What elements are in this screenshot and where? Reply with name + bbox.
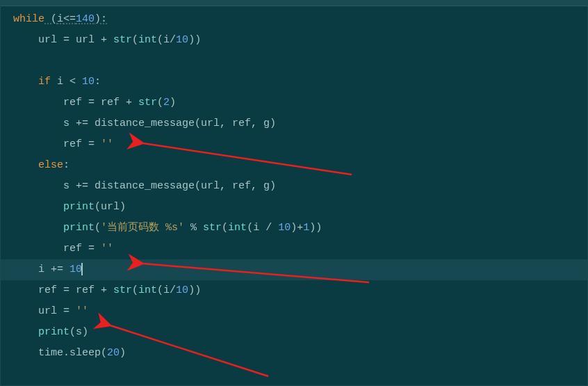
paren: )+ <box>291 222 303 234</box>
code-line[interactable]: time.sleep(20) <box>1 343 587 364</box>
indent <box>13 118 63 129</box>
paren: )) <box>309 222 322 234</box>
code-line[interactable]: if i < 10: <box>1 72 587 93</box>
paren: ( <box>157 97 163 108</box>
builtin-int: int <box>138 284 157 296</box>
code-line[interactable]: ref = ref + str(int(i/10)) <box>1 280 587 301</box>
indent <box>13 76 38 88</box>
code-line[interactable]: else: <box>1 155 587 176</box>
indent <box>13 264 38 275</box>
number: 140 <box>76 13 95 25</box>
paren: ( <box>132 284 138 296</box>
paren: ) <box>170 97 176 108</box>
statement: s += distance_message(url, ref, g) <box>63 180 276 192</box>
code-line[interactable]: s += distance_message(url, ref, g) <box>1 113 587 134</box>
number: 10 <box>176 34 188 46</box>
indent <box>13 326 38 338</box>
code-line[interactable]: s += distance_message(url, ref, g) <box>1 176 587 197</box>
assignment: url = <box>38 305 76 317</box>
paren: ( <box>222 222 228 234</box>
variable: i <box>57 13 63 25</box>
keyword-while: while <box>13 13 44 25</box>
number: 2 <box>163 97 170 108</box>
paren: (i/ <box>157 34 176 46</box>
assignment: ref = ref + <box>63 97 138 108</box>
builtin-print: print <box>63 201 95 213</box>
indent <box>13 222 63 234</box>
indent <box>13 159 38 171</box>
indent <box>13 305 38 317</box>
code-line[interactable]: ref = '' <box>1 239 587 259</box>
code-line-current[interactable]: i += 10 <box>1 259 587 280</box>
code-line[interactable]: while (i<=140): <box>1 9 587 30</box>
number: 10 <box>278 222 291 234</box>
builtin-str: str <box>203 222 222 234</box>
paren: ) <box>120 347 126 359</box>
assignment: ref = <box>63 243 101 255</box>
builtin-str: str <box>138 97 157 108</box>
operator: % <box>184 222 203 234</box>
number: 10 <box>70 264 82 275</box>
code-line-blank[interactable] <box>1 51 587 72</box>
colon: : <box>95 76 101 88</box>
colon: : <box>63 159 70 171</box>
string-literal: '' <box>101 243 113 255</box>
indent <box>13 347 38 359</box>
indent <box>13 138 63 150</box>
code-editor[interactable]: while (i<=140): url = url + str(int(i/10… <box>1 6 587 364</box>
string-literal: '' <box>101 138 113 150</box>
keyword-else: else <box>38 159 63 171</box>
paren: )) <box>188 34 201 46</box>
indent <box>13 201 63 213</box>
operator-leq: <= <box>63 13 76 25</box>
editor-tab-strip <box>1 1 587 6</box>
number: 1 <box>303 222 309 234</box>
indent <box>13 284 38 296</box>
indent <box>13 243 63 255</box>
assignment: ref = <box>63 138 101 150</box>
paren: (url) <box>95 201 126 213</box>
builtin-str: str <box>113 34 132 46</box>
number: 20 <box>107 347 120 359</box>
number: 10 <box>176 284 188 296</box>
indent <box>13 180 63 192</box>
string-literal: '当前页码数 %s' <box>101 222 184 234</box>
condition: i < <box>51 76 82 88</box>
code-line[interactable]: ref = ref + str(2) <box>1 93 587 113</box>
builtin-print: print <box>63 222 95 234</box>
string-literal: '' <box>76 305 88 317</box>
indent <box>13 97 63 108</box>
paren: )) <box>188 284 201 296</box>
paren: (i / <box>247 222 278 234</box>
builtin-int: int <box>138 34 157 46</box>
builtin-int: int <box>228 222 247 234</box>
builtin-str: str <box>113 284 132 296</box>
keyword-if: if <box>38 76 51 88</box>
paren: ( <box>95 222 101 234</box>
statement: s += distance_message(url, ref, g) <box>63 118 276 129</box>
indent <box>13 34 38 46</box>
open-paren: ( <box>44 13 57 25</box>
builtin-print: print <box>38 326 70 338</box>
statement: time.sleep( <box>38 347 107 359</box>
assignment: i += <box>38 264 70 275</box>
number: 10 <box>82 76 95 88</box>
assignment: url = url + <box>38 34 113 46</box>
paren: (s) <box>70 326 88 338</box>
code-line[interactable]: ref = '' <box>1 134 587 155</box>
assignment: ref = ref + <box>38 284 113 296</box>
code-line[interactable]: print(s) <box>1 322 587 343</box>
paren: (i/ <box>157 284 176 296</box>
text-cursor <box>81 263 83 275</box>
code-line[interactable]: print('当前页码数 %s' % str(int(i / 10)+1)) <box>1 218 587 239</box>
code-line[interactable]: url = '' <box>1 301 587 322</box>
paren: ( <box>132 34 138 46</box>
close-paren: ): <box>95 13 107 25</box>
code-line[interactable]: url = url + str(int(i/10)) <box>1 30 587 51</box>
code-line[interactable]: print(url) <box>1 197 587 218</box>
